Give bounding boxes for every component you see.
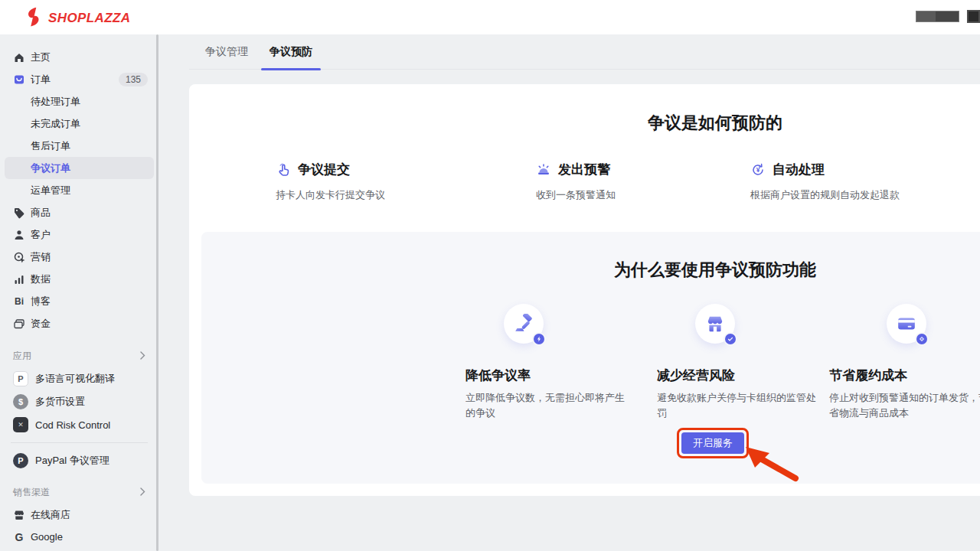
sidebar-item-products[interactable]: 商品 xyxy=(0,201,158,223)
sidebar-item-orders[interactable]: 订单 135 xyxy=(0,68,158,90)
benefit-reduce-risk: 减少经营风险 避免收款账户关停与卡组织的监管处罚 xyxy=(657,367,824,421)
sidebar-nav: 主页 订单 135 待处理订单 未完成订单 售后订单 争议订单 运单管理 商品 … xyxy=(0,34,158,551)
bar-chart-icon xyxy=(13,273,25,285)
sidebar-app-currency[interactable]: $ 多货币设置 xyxy=(0,390,158,413)
sidebar-scrollbar[interactable] xyxy=(156,34,158,551)
sidebar-section-apps[interactable]: 应用 xyxy=(0,345,158,367)
store-shield-icon xyxy=(695,304,735,344)
sidebar-item-dispute-orders[interactable]: 争议订单 xyxy=(5,157,154,179)
sidebar-section-sales-channels[interactable]: 销售渠道 xyxy=(0,481,158,504)
sidebar-item-waybill[interactable]: 运单管理 xyxy=(5,179,154,201)
logo-wordmark: SHOPLAZZA xyxy=(48,11,130,26)
lightning-badge-icon xyxy=(532,332,546,346)
sidebar-item-aftersale-orders[interactable]: 售后订单 xyxy=(5,135,154,157)
storefront-icon xyxy=(13,509,25,521)
translate-app-icon: P xyxy=(13,371,28,386)
annotation-arrow-icon xyxy=(743,445,805,486)
auto-refund-icon: ¥ xyxy=(750,162,766,178)
finance-card-icon xyxy=(13,318,25,330)
sidebar-item-online-store[interactable]: 在线商店 xyxy=(0,504,158,526)
sidebar-app-paypal-dispute[interactable]: P PayPal 争议管理 xyxy=(0,449,158,472)
benefit-lower-dispute-rate: 降低争议率 立即降低争议数，无需担心即将产生的争议 xyxy=(466,367,632,421)
customer-icon xyxy=(13,229,25,241)
gavel-icon xyxy=(504,304,544,344)
google-icon: G xyxy=(13,531,25,543)
top-header: SHOPLAZZA xyxy=(0,0,980,34)
orders-count-badge: 135 xyxy=(119,73,148,86)
sidebar-item-marketing[interactable]: 营销 xyxy=(0,246,158,268)
cod-risk-app-icon: ✕ xyxy=(13,417,28,432)
enable-service-button[interactable]: 开启服务 xyxy=(681,432,744,454)
sidebar-divider xyxy=(11,442,148,443)
benefit-save-cost: 节省履约成本 停止对收到预警通知的订单发货，节省物流与商品成本 xyxy=(829,367,980,421)
svg-text:¥: ¥ xyxy=(756,166,760,174)
shoplazza-logo-icon xyxy=(26,7,43,30)
annotation-red-frame: 开启服务 xyxy=(677,428,749,458)
blog-icon: Bi xyxy=(13,295,25,308)
currency-app-icon: $ xyxy=(13,394,28,409)
paypal-icon: P xyxy=(13,453,28,468)
sidebar-app-cod-risk[interactable]: ✕ Cod Risk Control xyxy=(0,413,158,436)
product-tag-icon xyxy=(13,207,25,219)
dispute-submit-icon xyxy=(276,162,291,178)
sidebar-item-finance[interactable]: 资金 xyxy=(0,312,158,334)
step-auto-process: ¥ 自动处理 根据商户设置的规则自动发起退款 xyxy=(750,161,980,202)
chevron-right-icon xyxy=(140,487,145,498)
sidebar-item-customers[interactable]: 客户 xyxy=(0,223,158,246)
credit-card-icon xyxy=(887,304,926,344)
sidebar-app-translate[interactable]: P 多语言可视化翻译 xyxy=(0,367,158,390)
redacted-avatar xyxy=(967,10,980,23)
tab-dispute-prevent[interactable]: 争议预防 xyxy=(270,34,312,69)
home-icon xyxy=(13,51,25,64)
dispute-tab-bar: 争议管理 争议预防 xyxy=(189,34,980,70)
redacted-account-info xyxy=(916,11,959,22)
sidebar-item-pending-orders[interactable]: 待处理订单 xyxy=(5,90,154,112)
why-use-section: 为什么要使用争议预防功能 xyxy=(201,232,980,484)
sidebar-item-home[interactable]: 主页 xyxy=(0,46,158,68)
how-it-works-title: 争议是如何预防的 xyxy=(189,112,980,135)
check-badge-icon xyxy=(724,332,737,346)
sidebar-item-blog[interactable]: Bi 博客 xyxy=(0,290,158,312)
sidebar-item-analytics[interactable]: 数据 xyxy=(0,268,158,290)
step-dispute-submit: 争议提交 持卡人向发卡行提交争议 xyxy=(276,161,505,202)
dispute-prevention-card: 争议是如何预防的 争议提交 持卡人向发卡行提交争议 发出预警 收到一条预警通知 … xyxy=(189,84,980,496)
gear-badge-icon xyxy=(915,332,929,346)
step-alert-sent: 发出预警 收到一条预警通知 xyxy=(536,161,766,202)
tab-dispute-manage[interactable]: 争议管理 xyxy=(205,34,248,69)
chevron-right-icon xyxy=(140,351,145,362)
sidebar-item-unfinished-orders[interactable]: 未完成订单 xyxy=(5,112,154,135)
sidebar-item-google[interactable]: G Google xyxy=(0,526,158,548)
why-use-title: 为什么要使用争议预防功能 xyxy=(201,259,980,282)
orders-icon xyxy=(13,73,25,86)
marketing-target-icon xyxy=(13,251,25,263)
shoplazza-logo[interactable]: SHOPLAZZA xyxy=(26,7,130,30)
alert-siren-icon xyxy=(536,162,551,178)
